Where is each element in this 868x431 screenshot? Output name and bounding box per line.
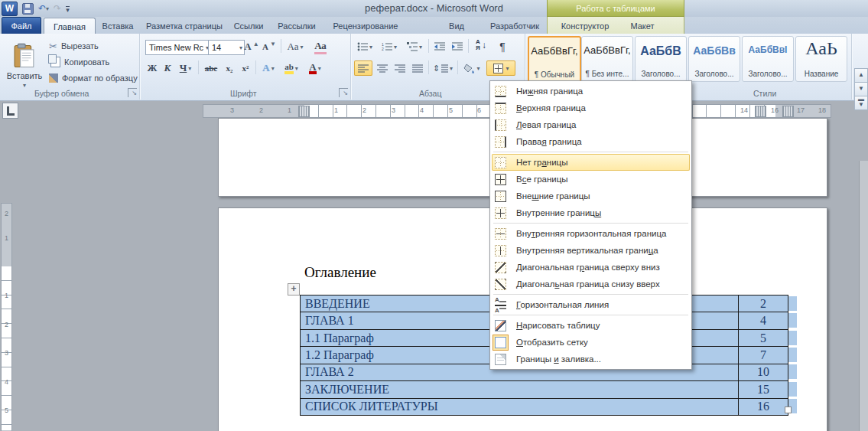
document-heading[interactable]: Оглавление [304, 264, 376, 281]
clipboard-dialog-launcher[interactable]: ↘ [128, 88, 137, 97]
table-move-handle[interactable]: + [288, 283, 300, 295]
copy-button[interactable]: Копировать [49, 55, 109, 69]
toc-entry-page[interactable]: 7 [739, 347, 788, 363]
numbering-icon: 12 [382, 42, 392, 51]
menu-item-no-border[interactable]: Нет границы [492, 154, 690, 171]
toc-entry-title[interactable]: ЗАКЛЮЧЕНИЕ [301, 381, 739, 397]
borders-dropdown-arrow[interactable]: ▾ [506, 65, 509, 72]
text-highlight-button[interactable]: ab▾ [281, 60, 302, 76]
menu-item-outside-borders[interactable]: Внешние границы [492, 188, 690, 204]
clear-formatting-button[interactable]: Аа [311, 39, 330, 54]
menu-item-horizontal-line[interactable]: Горизонтальная линия [492, 296, 690, 313]
align-center-button[interactable] [374, 60, 391, 76]
vertical-scrollbar[interactable] [859, 161, 868, 431]
grow-font-button[interactable]: А▲ [243, 39, 260, 54]
table-column-marker[interactable] [782, 106, 794, 117]
table-row[interactable]: СПИСОК ЛИТЕРАТУРЫ16 [301, 399, 788, 415]
show-paragraph-marks-button[interactable]: ¶ [494, 39, 511, 54]
cut-button[interactable]: ✂ Вырезать [49, 39, 99, 53]
justify-button[interactable] [409, 60, 426, 76]
menu-item-inside-horizontal[interactable]: Внутренняя горизонтальная граница [492, 225, 690, 242]
border-right-icon [495, 136, 506, 148]
subscript-button[interactable]: х₂ [222, 60, 237, 76]
menu-item-label: Нарисовать таблицу [516, 321, 600, 330]
align-right-button[interactable] [392, 60, 408, 76]
paragraph-group-label: Абзац [419, 89, 441, 98]
tab-insert[interactable]: Вставка [94, 18, 141, 34]
menu-item-border-right[interactable]: Правая граница [492, 133, 690, 150]
format-painter-button[interactable]: Формат по образцу [49, 71, 138, 85]
menu-item-border-top[interactable]: Верхняя граница [492, 100, 690, 116]
toc-entry-page[interactable]: 2 [739, 295, 788, 312]
menu-item-inside-vertical[interactable]: Внутренняя вертикальная граница [492, 242, 690, 259]
paste-button[interactable]: Вставить ▾ [3, 37, 46, 93]
table-row[interactable]: ЗАКЛЮЧЕНИЕ15 [301, 381, 788, 398]
increase-indent-button[interactable] [449, 39, 466, 54]
table-column-marker[interactable] [755, 106, 766, 117]
bullets-button[interactable]: ▾ [354, 39, 375, 54]
menu-item-view-gridlines[interactable]: Отобразить сетку [492, 334, 690, 351]
numbering-button[interactable]: 12▾ [378, 39, 401, 54]
strikethrough-button[interactable]: abc [201, 60, 221, 76]
table-resize-handle[interactable] [785, 407, 792, 413]
menu-item-inside-borders[interactable]: Внутренние границы [492, 204, 690, 221]
styles-scroll-up-button[interactable]: ▲ [854, 68, 868, 83]
underline-button[interactable]: Ч▾ [175, 60, 196, 76]
font-color-button[interactable]: А▾ [305, 60, 325, 76]
menu-item-border-bottom[interactable]: Нижняя граница [492, 83, 690, 100]
shading-button[interactable]: ▾ [460, 60, 483, 76]
toc-entry-page[interactable]: 4 [739, 312, 788, 328]
borders-button[interactable]: ▾ [486, 60, 515, 76]
style-card-2[interactable]: АаБбВвГг,¶ Без инте... [581, 36, 633, 82]
tab-stop-selector[interactable] [2, 103, 18, 119]
bold-button[interactable]: Ж [145, 60, 160, 76]
style-card-1[interactable]: АаБбВвГг,¶ Обычный [528, 36, 581, 83]
italic-button[interactable]: К [161, 60, 174, 76]
font-size-combobox[interactable]: 14▾ [208, 40, 245, 55]
toc-entry-page[interactable]: 15 [739, 381, 788, 397]
paste-dropdown-arrow[interactable]: ▾ [23, 82, 26, 89]
styles-scroll-down-button[interactable]: ▼ [854, 82, 868, 96]
tab-mailings[interactable]: Рассылки [270, 18, 323, 34]
tab-view[interactable]: Вид [437, 18, 476, 34]
font-family-combobox[interactable]: Times New Rc▾ [145, 40, 211, 55]
toc-entry-page[interactable]: 10 [739, 364, 788, 380]
menu-item-draw-table[interactable]: Нарисовать таблицу [492, 317, 690, 334]
change-case-button[interactable]: Аа▾ [284, 39, 306, 54]
tab-file[interactable]: Файл [2, 17, 41, 34]
table-column-marker[interactable] [298, 106, 310, 117]
tab-review[interactable]: Рецензирование [323, 18, 408, 34]
svg-text:2: 2 [382, 47, 384, 51]
toc-entry-page[interactable]: 16 [739, 399, 788, 415]
style-name: ¶ Без инте... [586, 70, 629, 78]
shrink-font-button[interactable]: А▼ [261, 39, 278, 54]
toc-entry-title[interactable]: СПИСОК ЛИТЕРАТУРЫ [301, 399, 739, 415]
align-left-button[interactable] [354, 60, 372, 76]
vertical-ruler[interactable]: 2112345 [1, 203, 12, 431]
sort-button[interactable]: А Я ↓ [471, 38, 491, 53]
border-top-icon [495, 103, 506, 114]
line-spacing-button[interactable]: ⇕ ▾ [431, 60, 454, 76]
text-effects-button[interactable]: А▾ [258, 60, 278, 76]
tab-references[interactable]: Ссылки [227, 18, 270, 34]
menu-item-all-borders[interactable]: Все границы [492, 171, 690, 188]
style-card-3[interactable]: АаБбВЗаголово... [635, 36, 687, 82]
menu-item-border-left[interactable]: Левая граница [492, 116, 690, 133]
tab-home[interactable]: Главная [44, 18, 96, 34]
tab-page-layout[interactable]: Разметка страницы [141, 18, 227, 34]
toc-entry-page[interactable]: 5 [739, 330, 788, 346]
menu-item-borders-shading[interactable]: Границы и заливка... [492, 351, 690, 367]
tab-developer[interactable]: Разработчик [480, 18, 549, 34]
tab-design[interactable]: Конструктор [552, 18, 618, 34]
style-card-6[interactable]: АаЬНазвание [795, 36, 847, 82]
decrease-indent-button[interactable] [431, 39, 448, 54]
style-card-5[interactable]: АаБбВвІЗаголово... [742, 36, 794, 82]
menu-item-diagonal-up[interactable]: Диагональная граница снизу вверх [492, 276, 690, 292]
font-dialog-launcher[interactable]: ↘ [339, 88, 348, 97]
style-card-4[interactable]: АаБбВвЗаголово... [688, 36, 740, 82]
menu-item-diagonal-down[interactable]: Диагональная граница сверху вниз [492, 259, 690, 276]
multilevel-list-button[interactable]: ▾ [403, 39, 426, 54]
superscript-button[interactable]: х² [238, 60, 253, 76]
styles-gallery-expand-button[interactable]: ▬▼ [854, 96, 868, 110]
tab-layout[interactable]: Макет [621, 18, 664, 34]
